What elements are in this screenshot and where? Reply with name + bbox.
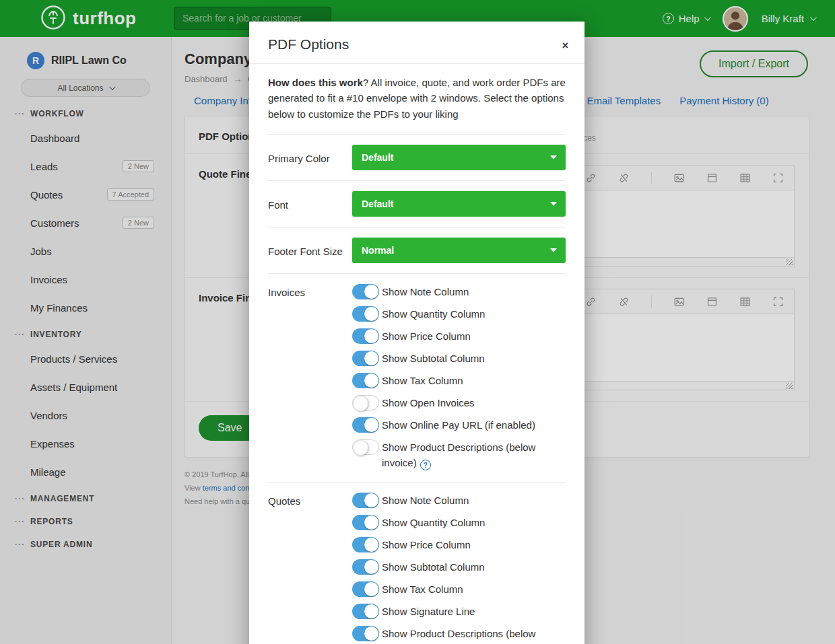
primary-color-row: Primary Color Default xyxy=(268,135,566,181)
toggle-label: Show Note Column xyxy=(382,284,469,299)
toggle-label: Show Product Descriptions (below quote) xyxy=(382,628,535,644)
footer-font-size-select[interactable]: Normal xyxy=(352,238,566,263)
toggle-label: Show Subtotal Column xyxy=(382,351,485,366)
close-icon[interactable]: × xyxy=(562,40,568,51)
selected-value: Normal xyxy=(362,245,394,256)
invoices-group-label: Invoices xyxy=(268,284,352,472)
toggle-row: Show Quantity Column xyxy=(352,515,566,530)
toggle-label: Show Quantity Column xyxy=(382,515,485,530)
font-label: Font xyxy=(268,191,352,217)
invoices-group: Invoices Show Note Column Show Quantity … xyxy=(268,274,566,483)
toggle-row: Show Price Column xyxy=(352,537,566,552)
selected-value: Default xyxy=(362,199,393,209)
toggle-row: Show Online Pay URL (if enabled) xyxy=(352,417,566,433)
toggle-label: Show Price Column xyxy=(382,328,471,344)
toggle-row: Show Tax Column xyxy=(352,581,566,597)
toggle-row: Show Product Descriptions (below invoice… xyxy=(352,439,566,471)
toggle-label: Show Price Column xyxy=(382,537,471,552)
toggle-row: Show Quantity Column xyxy=(352,306,566,322)
font-select[interactable]: Default xyxy=(352,191,566,217)
primary-color-select[interactable]: Default xyxy=(352,145,566,170)
toggle-switch[interactable] xyxy=(352,515,379,530)
toggle-label: Show Signature Line xyxy=(382,604,475,619)
toggle-label: Show Product Descriptions (below invoice… xyxy=(382,441,535,468)
toggle-row: Show Tax Column xyxy=(352,373,566,388)
font-row: Font Default xyxy=(268,181,566,227)
toggle-row: Show Open Invoices xyxy=(352,395,566,410)
modal-intro: How does this work? All invoice, quote, … xyxy=(268,64,566,135)
toggle-switch[interactable] xyxy=(352,284,379,299)
primary-color-label: Primary Color xyxy=(268,145,352,170)
toggle-switch[interactable] xyxy=(352,328,379,344)
toggle-label: Show Subtotal Column xyxy=(382,559,485,575)
toggle-row: Show Price Column xyxy=(352,328,566,344)
quotes-group: Quotes Show Note Column Show Quantity Co… xyxy=(268,482,566,644)
selected-value: Default xyxy=(362,152,393,163)
toggle-switch[interactable] xyxy=(352,351,379,366)
toggle-switch[interactable] xyxy=(352,417,379,433)
modal-title: PDF Options xyxy=(268,36,349,52)
toggle-switch[interactable] xyxy=(352,604,379,619)
toggle-label: Show Tax Column xyxy=(382,373,463,388)
toggle-row: Show Subtotal Column xyxy=(352,559,566,575)
quotes-group-label: Quotes xyxy=(268,493,352,644)
toggle-label: Show Quantity Column xyxy=(382,306,485,322)
toggle-switch[interactable] xyxy=(352,493,379,508)
toggle-label: Show Note Column xyxy=(382,493,469,508)
toggle-switch[interactable] xyxy=(352,439,379,455)
help-question-icon[interactable]: ? xyxy=(420,460,431,470)
footer-font-size-label: Footer Font Size xyxy=(268,238,352,263)
toggle-switch[interactable] xyxy=(352,626,379,641)
toggle-switch[interactable] xyxy=(352,581,379,597)
toggle-row: Show Note Column xyxy=(352,493,566,508)
toggle-switch[interactable] xyxy=(352,373,379,388)
intro-bold: How does this work xyxy=(268,77,363,88)
toggle-row: Show Note Column xyxy=(352,284,566,299)
toggle-row: Show Subtotal Column xyxy=(352,351,566,366)
pdf-options-modal: PDF Options × How does this work? All in… xyxy=(249,22,584,644)
toggle-label: Show Open Invoices xyxy=(382,395,475,410)
toggle-switch[interactable] xyxy=(352,537,379,552)
toggle-row: Show Signature Line xyxy=(352,604,566,619)
toggle-label: Show Online Pay URL (if enabled) xyxy=(382,417,535,433)
footer-font-size-row: Footer Font Size Normal xyxy=(268,227,566,274)
toggle-label: Show Tax Column xyxy=(382,581,463,597)
toggle-switch[interactable] xyxy=(352,559,379,575)
toggle-switch[interactable] xyxy=(352,395,379,410)
toggle-row: Show Product Descriptions (below quote) … xyxy=(352,626,566,644)
toggle-switch[interactable] xyxy=(352,306,379,322)
